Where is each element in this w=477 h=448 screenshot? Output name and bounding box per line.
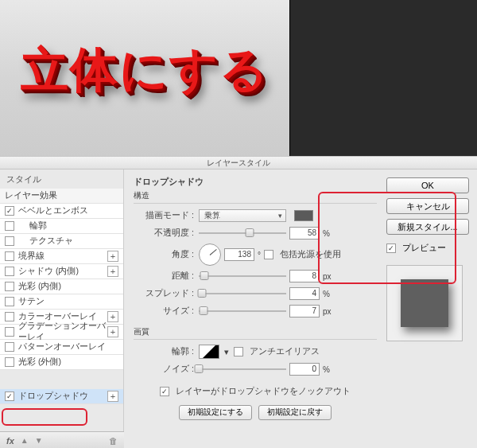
add-icon[interactable]: +: [107, 266, 118, 277]
label: シャドウ (内側): [18, 266, 107, 277]
add-icon[interactable]: +: [107, 326, 118, 337]
canvas-area: 立体にする: [0, 0, 477, 156]
contour-swatch[interactable]: [199, 345, 219, 359]
style-row-satin[interactable]: サテン: [0, 294, 123, 310]
row-opacity: 不透明度 : 58 %: [134, 224, 377, 242]
checkbox-icon[interactable]: [5, 392, 14, 401]
spread-input[interactable]: 4: [289, 287, 320, 300]
checkbox-icon[interactable]: [5, 251, 14, 261]
label: 光彩 (外側): [18, 356, 118, 368]
checkbox-icon[interactable]: [5, 342, 14, 352]
label: テクスチャ: [18, 236, 118, 247]
opacity-slider[interactable]: [199, 228, 286, 239]
unit: px: [323, 307, 332, 316]
add-icon[interactable]: +: [107, 251, 118, 262]
distance-label: 距離 :: [134, 271, 196, 282]
styles-column: スタイル レイヤー効果 ベベルとエンボス 輪郭 テクスチャ 境界線 +: [0, 169, 124, 448]
label: パターンオーバーレイ: [18, 341, 118, 353]
dialog-title: レイヤースタイル: [0, 157, 477, 169]
color-swatch[interactable]: [294, 210, 313, 221]
highlight-outline: [2, 408, 87, 426]
checkbox-icon[interactable]: [5, 267, 14, 276]
noise-input[interactable]: 0: [289, 363, 320, 376]
blend-mode-select[interactable]: 乗算 ▾: [199, 209, 286, 222]
label: 光彩 (内側): [18, 281, 118, 292]
style-row-inner-shadow[interactable]: シャドウ (内側) +: [0, 264, 123, 279]
structure-title: 構造: [134, 190, 377, 201]
document-canvas: 立体にする: [0, 0, 290, 156]
global-light-checkbox[interactable]: [264, 250, 273, 259]
add-icon[interactable]: +: [107, 391, 118, 402]
row-noise: ノイズ : 0 %: [134, 360, 377, 378]
unit: °: [258, 251, 261, 259]
style-row-outer-glow[interactable]: 光彩 (外側): [0, 355, 123, 370]
arrow-up-icon[interactable]: ▲: [21, 436, 29, 445]
row-blend-mode: 描画モード : 乗算 ▾: [134, 207, 377, 224]
checkbox-icon[interactable]: [5, 297, 14, 306]
style-row-bevel[interactable]: ベベルとエンボス: [0, 204, 123, 219]
style-row-layer-effect[interactable]: レイヤー効果: [0, 189, 123, 204]
blend-label: 描画モード :: [134, 210, 196, 221]
chevron-down-icon: ▾: [278, 212, 282, 220]
noise-slider[interactable]: [199, 364, 286, 375]
size-input[interactable]: 7: [289, 305, 320, 317]
settings-column: ドロップシャドウ 構造 描画モード : 乗算 ▾ 不透明度 : 58 %: [124, 169, 385, 448]
distance-slider[interactable]: [199, 271, 286, 282]
checkbox-icon[interactable]: [5, 327, 14, 337]
checkbox-icon[interactable]: [5, 357, 14, 367]
label: レイヤー効果: [5, 190, 118, 201]
size-label: サイズ :: [134, 306, 196, 317]
trash-icon[interactable]: 🗑: [109, 436, 118, 446]
unit: px: [323, 272, 332, 281]
row-spread: スプレッド : 4 %: [134, 285, 377, 302]
checkbox-icon[interactable]: [5, 312, 14, 321]
size-slider[interactable]: [199, 306, 286, 317]
unit: %: [323, 229, 330, 238]
knockout-checkbox[interactable]: [160, 387, 169, 396]
opacity-label: 不透明度 :: [134, 228, 196, 239]
label: ベベルとエンボス: [18, 205, 118, 216]
checkbox-icon[interactable]: [5, 206, 14, 216]
fx-icon[interactable]: fx: [6, 436, 14, 446]
preview-checkbox[interactable]: [386, 243, 396, 253]
antialias-checkbox[interactable]: [234, 347, 243, 356]
row-angle: 角度 : 138 ° 包括光源を使用: [134, 242, 377, 267]
make-default-button[interactable]: 初期設定にする: [179, 405, 252, 420]
label: 境界線: [18, 251, 107, 262]
label: サテン: [18, 296, 118, 307]
reset-default-button[interactable]: 初期設定に戻す: [258, 405, 332, 420]
label: 輪郭: [18, 220, 118, 232]
contour-label: 輪郭 :: [134, 346, 196, 357]
angle-input[interactable]: 138: [224, 248, 254, 261]
opacity-input[interactable]: 58: [289, 227, 320, 240]
style-row-inner-glow[interactable]: 光彩 (内側): [0, 279, 123, 294]
noise-label: ノイズ :: [134, 364, 196, 375]
angle-dial[interactable]: [199, 243, 221, 266]
style-row-texture[interactable]: テクスチャ: [0, 234, 123, 249]
arrow-down-icon[interactable]: ▼: [35, 436, 43, 445]
antialias-label: アンチエイリアス: [250, 346, 320, 357]
style-row-contour[interactable]: 輪郭: [0, 219, 123, 234]
global-light-label: 包括光源を使用: [280, 249, 341, 260]
actions-column: OK キャンセル 新規スタイル... プレビュー: [385, 169, 477, 448]
style-row-drop-shadow[interactable]: ドロップシャドウ +: [0, 389, 123, 404]
cancel-button[interactable]: キャンセル: [386, 198, 469, 214]
preview-box: [386, 265, 463, 341]
spread-slider[interactable]: [199, 288, 286, 299]
style-row-pattern-overlay[interactable]: パターンオーバーレイ: [0, 340, 123, 355]
add-icon[interactable]: +: [107, 311, 118, 322]
section-title: ドロップシャドウ: [134, 176, 377, 188]
layer-style-dialog: レイヤースタイル スタイル レイヤー効果 ベベルとエンボス 輪郭 テクスチャ 境: [0, 156, 477, 448]
quality-title: 画質: [134, 326, 377, 337]
style-row-stroke[interactable]: 境界線 +: [0, 249, 123, 264]
checkbox-icon[interactable]: [5, 236, 14, 246]
style-row-gradient-overlay[interactable]: グラデーションオーバーレイ +: [0, 325, 123, 340]
new-style-button[interactable]: 新規スタイル...: [386, 219, 469, 235]
checkbox-icon[interactable]: [5, 282, 14, 291]
spread-label: スプレッド :: [134, 288, 196, 299]
styles-header: スタイル: [0, 169, 123, 189]
checkbox-icon[interactable]: [5, 221, 14, 231]
distance-input[interactable]: 8: [289, 270, 320, 282]
chevron-down-icon[interactable]: ▾: [223, 347, 231, 356]
ok-button[interactable]: OK: [386, 177, 469, 193]
